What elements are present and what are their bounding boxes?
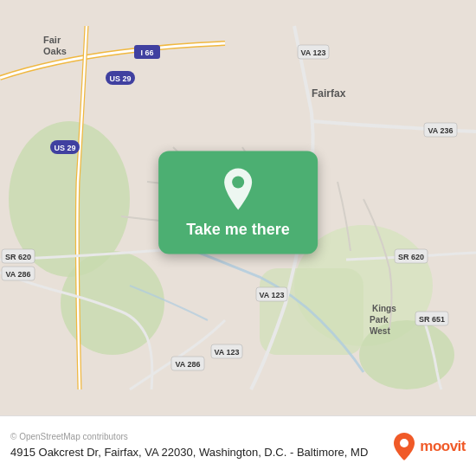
info-bar: © OpenStreetMap contributors 4915 Oakcre…: [0, 415, 476, 476]
location-pin-icon: [219, 167, 257, 212]
svg-text:I 66: I 66: [140, 48, 153, 57]
svg-text:SR 651: SR 651: [419, 315, 445, 324]
svg-point-37: [400, 439, 408, 447]
svg-text:US 29: US 29: [54, 144, 75, 152]
moovit-pin-icon: [392, 432, 416, 461]
moovit-logo: moovit: [392, 432, 466, 461]
svg-text:VA 123: VA 123: [300, 48, 325, 57]
svg-point-36: [232, 177, 244, 189]
copyright-text: © OpenStreetMap contributors: [10, 432, 383, 441]
svg-text:VA 286: VA 286: [175, 360, 200, 369]
map-container: I 66 US 29 US 29 VA 123 VA 236 VA 286 VA…: [0, 0, 476, 415]
moovit-wordmark: moovit: [420, 438, 466, 455]
app: I 66 US 29 US 29 VA 123 VA 236 VA 286 VA…: [0, 0, 476, 476]
svg-text:VA 286: VA 286: [5, 270, 30, 279]
svg-text:Oaks: Oaks: [43, 46, 67, 56]
svg-text:Kings: Kings: [372, 304, 396, 313]
svg-text:SR 620: SR 620: [5, 253, 31, 261]
address-text: 4915 Oakcrest Dr, Fairfax, VA 22030, Was…: [10, 445, 383, 460]
svg-text:VA 236: VA 236: [428, 126, 453, 135]
take-me-there-label: Take me there: [186, 221, 290, 239]
svg-text:VA 123: VA 123: [259, 291, 284, 299]
svg-text:West: West: [370, 326, 390, 336]
svg-text:Park: Park: [370, 315, 389, 325]
take-me-there-card[interactable]: Take me there: [158, 151, 318, 254]
svg-text:Fairfax: Fairfax: [312, 87, 346, 100]
address-section: © OpenStreetMap contributors 4915 Oakcre…: [10, 432, 392, 460]
svg-text:Fair: Fair: [43, 35, 61, 45]
svg-text:VA 123: VA 123: [214, 348, 239, 357]
svg-text:SR 620: SR 620: [398, 253, 424, 261]
svg-text:US 29: US 29: [109, 74, 131, 83]
